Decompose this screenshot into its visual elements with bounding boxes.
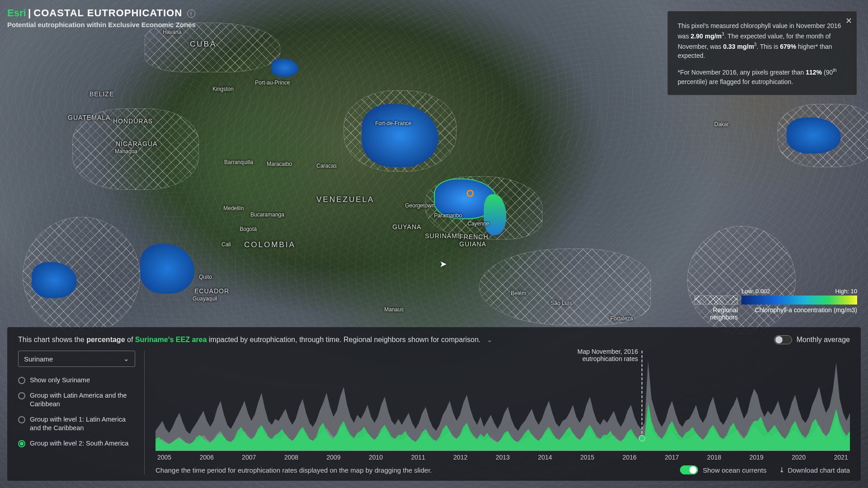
regional-neighbors-swatch xyxy=(694,296,738,305)
expected-value: 0.33 mg/m xyxy=(723,42,754,50)
map-place-label: VENEZUELA xyxy=(316,195,374,204)
map-place-label: Medellín xyxy=(223,205,244,211)
percent-higher: 679% xyxy=(780,42,796,50)
grouping-radio[interactable]: Show only Suriname xyxy=(18,376,135,385)
legend-neighbors-label: Regional neighbors xyxy=(694,306,738,321)
map-place-label: ECUADOR xyxy=(194,287,229,295)
page-subtitle: Potential eutrophication within Exclusiv… xyxy=(7,21,196,28)
map-place-label: Barranquilla xyxy=(224,159,253,165)
chevron-down-icon[interactable]: ⌄ xyxy=(487,336,492,343)
map-place-label: São Luís xyxy=(551,300,572,306)
map-place-label: Fortaleza xyxy=(610,315,633,322)
monthly-average-toggle[interactable]: Monthly average xyxy=(774,335,850,344)
map-place-label: FRENCH xyxy=(459,233,488,240)
map-place-label: Guayaquil xyxy=(193,296,217,302)
legend-concentration-label: Chlorophyll-a concentration (mg/m3) xyxy=(741,306,857,321)
map-place-label: Cali xyxy=(222,241,231,248)
x-tick: 2013 xyxy=(495,454,509,461)
page-title: COASTAL EUTROPHICATION xyxy=(33,7,182,19)
map-place-label: SURINAME xyxy=(425,232,462,239)
selected-pixel-marker[interactable] xyxy=(467,190,474,197)
legend-high: High: 10 xyxy=(835,288,857,295)
x-tick: 2019 xyxy=(750,454,764,461)
slider-hint: Change the time period for eutrophicatio… xyxy=(156,466,432,474)
x-tick: 2018 xyxy=(707,454,721,461)
measured-value: 2.90 mg/m xyxy=(691,33,722,40)
map-legend: Low: 0.002 High: 10 Regional neighbors C… xyxy=(694,288,857,321)
map-place-label: Bucaramanga xyxy=(250,211,284,218)
x-tick: 2007 xyxy=(242,454,256,461)
map-place-label: Managua xyxy=(115,148,137,155)
brand-label: Esri xyxy=(7,7,26,19)
time-slider-marker[interactable]: Map November, 2016 eutrophication rates xyxy=(642,351,642,438)
radio-icon xyxy=(18,377,25,384)
map-place-label: GUIANA xyxy=(459,240,486,248)
chart-description: This chart shows the percentage of Surin… xyxy=(18,336,492,344)
x-tick: 2014 xyxy=(538,454,552,461)
grouping-radio[interactable]: Group with level 1: Latin America and th… xyxy=(18,415,135,433)
radio-icon xyxy=(18,416,25,423)
download-icon: ⤓ xyxy=(779,466,785,474)
region-select[interactable]: Suriname ⌄ xyxy=(18,351,135,367)
threshold-pct: 112% xyxy=(806,69,822,76)
map-place-label: Port-au-Prince xyxy=(255,80,290,86)
map-place-label: Fort-de-France xyxy=(375,120,411,127)
x-tick: 2012 xyxy=(453,454,467,461)
x-tick: 2008 xyxy=(284,454,298,461)
x-tick: 2021 xyxy=(834,454,848,461)
timeseries-panel: This chart shows the percentage of Surin… xyxy=(7,327,861,481)
x-tick: 2011 xyxy=(411,454,425,461)
x-tick: 2005 xyxy=(157,454,171,461)
radio-icon xyxy=(18,392,25,399)
chart-x-axis: 2005200620072008200920102011201220132014… xyxy=(156,454,850,461)
legend-low: Low: 0.002 xyxy=(741,288,770,295)
info-icon[interactable]: i xyxy=(187,9,195,18)
eez-hatch xyxy=(479,249,651,325)
map-place-label: GUATEMALA xyxy=(68,114,110,121)
map-place-label: GUYANA xyxy=(392,223,421,230)
x-tick: 2010 xyxy=(369,454,383,461)
map-place-label: COLOMBIA xyxy=(244,240,296,249)
x-tick: 2016 xyxy=(623,454,637,461)
close-icon[interactable]: ✕ xyxy=(845,15,852,27)
chevron-down-icon: ⌄ xyxy=(123,355,129,363)
map-place-label: HONDURAS xyxy=(113,117,153,125)
show-ocean-currents-toggle[interactable]: Show ocean currents xyxy=(680,465,766,474)
x-tick: 2009 xyxy=(326,454,340,461)
map-place-label: Paramaribo xyxy=(434,212,462,219)
map-place-label: Cayenne xyxy=(467,221,489,227)
map-place-label: Quito xyxy=(199,274,212,280)
map-place-label: CUBA xyxy=(190,40,217,49)
x-tick: 2017 xyxy=(665,454,679,461)
map-place-label: Dakar xyxy=(714,121,729,127)
timeseries-chart[interactable]: Map November, 2016 eutrophication rates xyxy=(156,351,850,451)
map-place-label: Havana xyxy=(163,29,181,35)
eutrophication-blob xyxy=(271,59,298,77)
app-header: Esri | COASTAL EUTROPHICATION i Potentia… xyxy=(7,7,196,28)
x-tick: 2015 xyxy=(580,454,594,461)
pixel-info-panel: ✕ This pixel's measured chlorophyll valu… xyxy=(667,11,857,95)
x-tick: 2006 xyxy=(200,454,214,461)
map-place-label: Georgetown xyxy=(405,202,434,209)
grouping-radio[interactable]: Group with Latin America and the Caribbe… xyxy=(18,391,135,409)
radio-icon xyxy=(18,440,25,447)
chlorophyll-gradient xyxy=(741,296,857,305)
map-place-label: Bogotá xyxy=(240,226,257,232)
map-place-label: Belém xyxy=(511,290,526,296)
map-place-label: Kingston xyxy=(212,86,234,92)
map-place-label: BELIZE xyxy=(90,90,114,98)
download-chart-button[interactable]: ⤓ Download chart data xyxy=(779,466,850,474)
map-place-label: Caracas xyxy=(316,163,337,169)
map-place-label: Manaus xyxy=(384,306,404,313)
x-tick: 2020 xyxy=(792,454,806,461)
map-place-label: Maracaibo xyxy=(267,161,292,167)
map-place-label: NICARAGUA xyxy=(116,140,157,147)
chart-controls: Suriname ⌄ Show only SurinameGroup with … xyxy=(18,351,145,474)
grouping-radio[interactable]: Group with level 2: South America xyxy=(18,439,135,448)
